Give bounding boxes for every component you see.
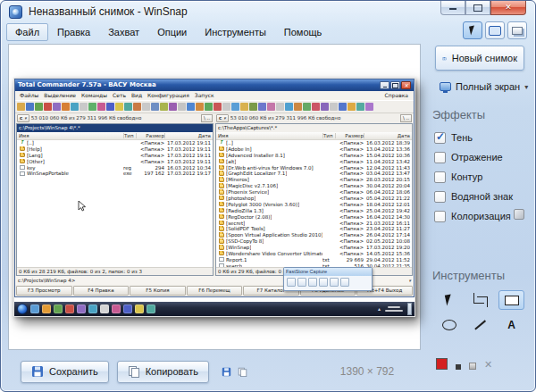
quick-save-icon[interactable] <box>222 367 231 377</box>
file-icon <box>219 146 224 151</box>
file-icon <box>20 140 25 145</box>
captured-screenshot[interactable]: Total Commander 7.57a - ВАСУ Москва Файл… <box>13 78 415 317</box>
tc-toolbar-icon <box>17 103 25 111</box>
tc-toolbar-icon <box>285 103 293 111</box>
tc-right-column-headers: Имя Тип Размер Дата <box>216 132 412 140</box>
preview-canvas[interactable]: Total Commander 7.57a - ВАСУ Москва Файл… <box>8 44 421 350</box>
menu-bar: Файл Правка Захват Опции Инструменты Пом… <box>6 22 331 42</box>
menu-item[interactable]: Помощь <box>275 23 331 41</box>
winsnap-app-icon <box>9 5 22 19</box>
tc-toolbar-icon <box>339 103 347 111</box>
effect-row[interactable]: Контур <box>434 167 530 187</box>
menu-item[interactable]: Инструменты <box>196 23 275 41</box>
effect-row[interactable]: Отражение <box>434 147 530 167</box>
file-icon <box>219 153 224 157</box>
tc-window: Total Commander 7.57a - ВАСУ Москва Файл… <box>14 79 415 297</box>
copy-icon <box>128 365 140 378</box>
taskbar-app-icon <box>112 304 121 313</box>
colorization-color-swatch[interactable] <box>514 209 524 220</box>
tools-grid <box>436 290 525 335</box>
show-desktop-button <box>407 303 412 315</box>
drawing-tool-button[interactable] <box>436 290 462 310</box>
quick-copy-icon[interactable] <box>238 367 247 377</box>
tc-toolbar-icon <box>258 103 266 111</box>
tc-minimize-icon <box>380 81 389 89</box>
tc-toolbar-icon <box>205 103 213 111</box>
taskbar-app-icon <box>123 304 132 313</box>
drawing-tool-button[interactable] <box>467 290 493 310</box>
file-icon <box>219 233 224 238</box>
taskbar-app-icon <box>100 304 109 313</box>
effect-label: Контур <box>451 171 482 182</box>
effect-checkbox[interactable] <box>434 211 446 222</box>
effect-checkbox[interactable] <box>434 171 446 183</box>
menu-item[interactable]: Файл <box>6 23 48 41</box>
effect-label: Отражение <box>451 152 503 163</box>
tc-right-path: c:\TheApps\Captures\*.* <box>216 124 412 132</box>
save-label: Сохранить <box>49 366 98 377</box>
file-row: [alt] <Папка> 11.04.2012 13:42 <box>216 158 412 164</box>
tc-toolbar-icon <box>312 103 320 111</box>
tc-drive-right: c▾ 53 010 060 Кб из 279 311 996 Кб свобо… <box>214 113 414 123</box>
new-snapshot-button[interactable]: Новый снимок <box>435 46 524 71</box>
file-row: [Other] <Папка> 17.03.2012 19:11 <box>17 158 213 164</box>
capture-tool-button[interactable] <box>485 21 505 39</box>
start-orb-icon <box>17 304 28 314</box>
window-control-button[interactable] <box>440 1 465 15</box>
file-row: [..] <Папка> 16.03.2012 18:39 <box>216 140 412 146</box>
file-row: [Wondershare Video Converter Ultimate (B… <box>216 251 412 257</box>
drawing-tool-button[interactable] <box>436 315 462 335</box>
drawing-tool-button[interactable] <box>498 315 524 335</box>
effect-checkbox[interactable] <box>434 191 446 203</box>
effect-checkbox[interactable] <box>434 152 446 163</box>
menu-item[interactable]: Правка <box>48 23 99 41</box>
taskbar-app-icon <box>42 304 51 313</box>
tc-menu-item: Конфигурация <box>145 92 192 98</box>
file-icon <box>219 251 224 255</box>
tc-left-panel: c:\Projects\WinSnap 4\*.* Имя Тип Размер… <box>16 123 214 276</box>
tc-free-space: 53 010 060 Кб из 279 311 996 Кб свободно <box>230 115 340 121</box>
tools-heading: Инструменты <box>432 269 505 282</box>
copy-button[interactable]: Копировать <box>117 361 209 383</box>
tc-root-up-buttons: \ .. <box>400 114 412 122</box>
capture-mode-label: Полный экран <box>456 81 520 92</box>
tc-toolbar-icon <box>88 103 96 111</box>
taskbar-app-icon <box>30 304 39 313</box>
file-icon <box>219 257 224 262</box>
copy-label: Копировать <box>146 366 198 377</box>
window-control-button[interactable] <box>465 1 490 15</box>
column-header: Дата <box>364 133 412 138</box>
capture-mode-dropdown[interactable]: Полный экран ▾ <box>440 79 528 94</box>
tc-function-key-button: F5 Копия <box>130 286 186 296</box>
taskbar-app-icon <box>65 304 74 313</box>
file-row: WinSnapPortable exe 197 162 17.03.2012 1… <box>17 171 213 177</box>
menu-item[interactable]: Захват <box>99 23 148 41</box>
taskbar-app-icon <box>147 304 155 313</box>
file-icon <box>20 159 25 163</box>
drawing-tool-button[interactable] <box>467 315 493 335</box>
effect-row[interactable]: Тень <box>434 128 530 147</box>
effect-row[interactable]: Водяной знак <box>434 187 530 206</box>
file-icon <box>20 146 25 151</box>
file-row: [Adobe In] <Папка> 13.04.2012 13:36 <box>216 146 412 152</box>
window-control-button[interactable] <box>490 1 526 15</box>
monitor-icon <box>440 82 451 91</box>
drawing-tool-button[interactable] <box>498 290 524 310</box>
capture-tool-button[interactable] <box>463 21 482 39</box>
faststone-tool-icon <box>297 278 306 287</box>
file-row: [Mineros] <Папка> 28.03.2012 20:15 <box>216 177 412 183</box>
save-button[interactable]: Сохранить <box>21 361 109 383</box>
effect-checkbox[interactable] <box>434 132 446 144</box>
capture-tool-button[interactable] <box>507 21 527 39</box>
file-row: [Polyglot 3000 (Version 3.60)] <Папка> 1… <box>216 201 412 207</box>
menu-item[interactable]: Опции <box>148 23 196 41</box>
tc-toolbar-icon <box>44 103 52 111</box>
tc-toolbar-icon <box>106 103 114 111</box>
file-row: [RadioZilla 1.3] <Папка> 25.04.2012 19:4… <box>216 207 412 213</box>
file-row: [Advanced Installer 8.1] <Папка> 15.04.2… <box>216 152 412 158</box>
tc-menu-bar: ФайлыВыделениеКомандыСетьВидКонфигурация… <box>15 91 414 100</box>
faststone-tool-icon <box>308 278 317 287</box>
file-icon <box>20 165 25 170</box>
tc-toolbar-icon <box>303 103 311 111</box>
tc-toolbar-icon <box>348 103 356 111</box>
